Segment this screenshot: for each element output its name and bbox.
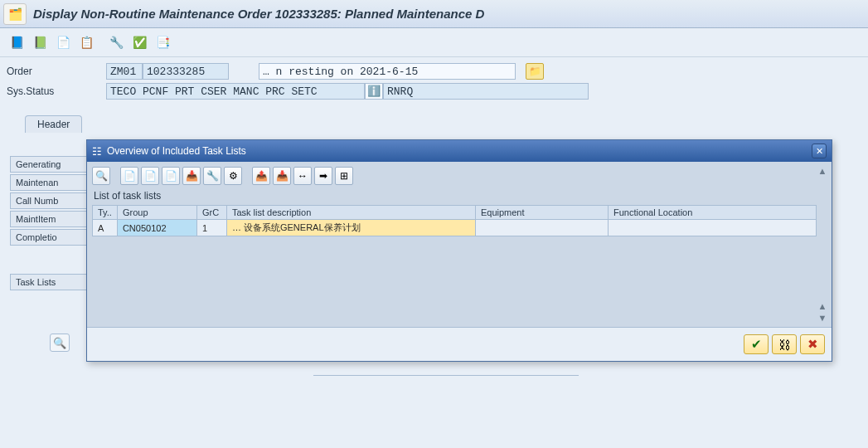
- chain-button[interactable]: ⛓: [772, 334, 797, 354]
- dlg-tbtn-6[interactable]: 🔧: [203, 167, 221, 185]
- lower-divider: [313, 375, 579, 377]
- dlg-tbtn-5[interactable]: 📥: [182, 167, 201, 185]
- panel-tasklists[interactable]: Task Lists: [10, 274, 93, 290]
- order-number-field[interactable]: 102333285: [143, 63, 229, 80]
- panel-maintenance[interactable]: Maintenan: [10, 174, 93, 191]
- dlg-tbtn-10[interactable]: ↔: [293, 167, 312, 185]
- panel-callnum[interactable]: Call Numb: [10, 192, 93, 209]
- table-header-row: Ty.. Group GrC Task list description Equ…: [93, 206, 817, 220]
- order-desc-field[interactable]: … n resting on 2021-6-15: [259, 63, 516, 80]
- dlg-tbtn-7[interactable]: ⚙: [224, 167, 242, 185]
- scroll-down-icon[interactable]: ▼: [817, 312, 828, 324]
- dlg-tbtn-4[interactable]: 📄: [162, 167, 180, 185]
- scroll-up-icon[interactable]: ▲: [817, 165, 828, 177]
- dlg-tbtn-1[interactable]: 🔍: [92, 167, 110, 185]
- dlg-tbtn-9[interactable]: 📥: [273, 167, 291, 185]
- order-type-field[interactable]: ZM01: [106, 63, 143, 80]
- dlg-tbtn-2[interactable]: 📄: [120, 167, 138, 185]
- panel-completion[interactable]: Completio: [10, 229, 93, 246]
- main-toolbar: 📘 📗 📄 📋 🔧 ✅ 📑: [0, 28, 868, 57]
- dlg-tbtn-11[interactable]: ➡: [314, 167, 332, 185]
- col-floc[interactable]: Functional Location: [608, 206, 816, 220]
- cell-ty: A: [93, 220, 118, 236]
- dlg-tbtn-8[interactable]: 📤: [252, 167, 270, 185]
- col-group[interactable]: Group: [117, 206, 196, 220]
- table-row[interactable]: A CN050102 1 … 设备系统GENERAL保养计划: [93, 220, 817, 236]
- toolbar-sep: [245, 167, 250, 185]
- page-title: Display Non-Routine Maintenance Order 10…: [33, 7, 484, 21]
- toolbar-btn-5[interactable]: 🔧: [106, 33, 126, 51]
- bottom-stub: 🔍: [50, 334, 70, 352]
- dialog-tasklist-overview: ☷ Overview of Included Task Lists ✕ 🔍 📄 …: [86, 139, 832, 362]
- cell-group: CN050102: [117, 220, 196, 236]
- dlg-tbtn-12[interactable]: ⊞: [335, 167, 353, 185]
- toolbar-btn-1[interactable]: 📘: [7, 33, 27, 51]
- info-icon[interactable]: ℹ️: [365, 83, 383, 100]
- sysstatus-extra-field: RNRQ: [383, 83, 589, 100]
- col-desc[interactable]: Task list description: [226, 206, 475, 220]
- section-label: List of task lists: [87, 188, 832, 205]
- tasklist-table: Ty.. Group GrC Task list description Equ…: [92, 205, 817, 236]
- tasklist-panel: Task Lists: [10, 274, 93, 292]
- folder-icon[interactable]: 📁: [526, 63, 544, 80]
- dlg-tbtn-3[interactable]: 📄: [141, 167, 159, 185]
- tab-header[interactable]: Header: [25, 115, 82, 133]
- bottom-icon-button[interactable]: 🔍: [50, 334, 70, 352]
- dialog-title-icon: ☷: [92, 145, 102, 158]
- cancel-button[interactable]: ✖: [800, 334, 825, 354]
- dialog-scroll-area: 🔍 📄 📄 📄 📥 🔧 ⚙ 📤 📥 ↔ ➡ ⊞ List of task lis…: [87, 162, 832, 328]
- sysstatus-field: TECO PCNF PRT CSER MANC PRC SETC: [106, 83, 365, 100]
- side-panels: Generating Maintenan Call Numb MaintItem…: [10, 156, 93, 247]
- toolbar-btn-4[interactable]: 📋: [76, 33, 96, 51]
- dialog-close-button[interactable]: ✕: [812, 144, 827, 158]
- toolbar-btn-2[interactable]: 📗: [30, 33, 50, 51]
- order-label: Order: [7, 66, 106, 77]
- col-equip[interactable]: Equipment: [475, 206, 608, 220]
- cell-floc: [608, 220, 816, 236]
- cell-equip: [475, 220, 608, 236]
- app-icon[interactable]: 🗂️: [3, 3, 27, 25]
- panel-maintitem[interactable]: MaintItem: [10, 211, 93, 227]
- dialog-toolbar: 🔍 📄 📄 📄 📥 🔧 ⚙ 📤 📥 ↔ ➡ ⊞: [87, 162, 832, 188]
- cell-grc: 1: [196, 220, 226, 236]
- tabs-row: Header: [0, 107, 868, 133]
- dialog-title-text: Overview of Included Task Lists: [107, 145, 246, 157]
- ok-button[interactable]: ✔: [744, 334, 769, 354]
- toolbar-sep: [113, 167, 118, 185]
- scroll-up2-icon[interactable]: ▲: [817, 300, 828, 312]
- form-area: Order ZM01 102333285 … n resting on 2021…: [0, 57, 868, 107]
- titlebar: 🗂️ Display Non-Routine Maintenance Order…: [0, 0, 868, 28]
- toolbar-btn-3[interactable]: 📄: [53, 33, 73, 51]
- dialog-titlebar[interactable]: ☷ Overview of Included Task Lists ✕: [87, 140, 832, 162]
- cell-desc: … 设备系统GENERAL保养计划: [226, 220, 475, 236]
- toolbar-btn-7[interactable]: 📑: [153, 33, 172, 51]
- panel-generating[interactable]: Generating: [10, 156, 93, 173]
- dialog-scrollbar[interactable]: ▲ ▲ ▼: [815, 165, 830, 324]
- dialog-footer: ✔ ⛓ ✖: [87, 328, 832, 361]
- col-ty[interactable]: Ty..: [93, 206, 118, 220]
- sysstatus-label: Sys.Status: [7, 85, 106, 97]
- dialog-body: 🔍 📄 📄 📄 📥 🔧 ⚙ 📤 📥 ↔ ➡ ⊞ List of task lis…: [87, 162, 832, 361]
- toolbar-btn-6[interactable]: ✅: [129, 33, 149, 51]
- col-grc[interactable]: GrC: [196, 206, 226, 220]
